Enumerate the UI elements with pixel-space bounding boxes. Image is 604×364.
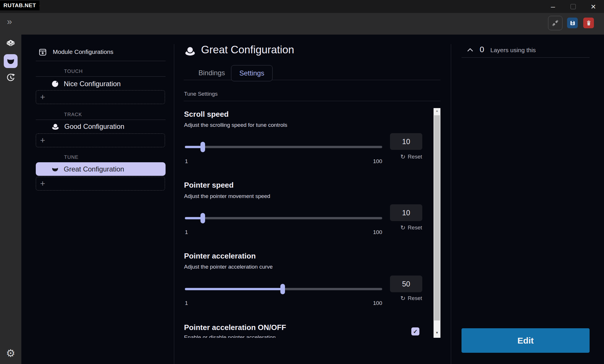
- slider-track[interactable]: [185, 217, 382, 219]
- divider: [36, 76, 166, 77]
- titlebar: [0, 0, 604, 13]
- scroll-speed-slider[interactable]: [185, 146, 382, 148]
- tab-bindings[interactable]: Bindings: [198, 69, 225, 77]
- page-title: Great Configuration: [201, 44, 294, 56]
- maximize-icon: [571, 4, 576, 9]
- setting-description: Adjust the pointer acceleration curve: [184, 264, 273, 270]
- pointer-acceleration-reset-button[interactable]: ↻ Reset: [400, 295, 422, 302]
- history-icon: [6, 73, 16, 83]
- divider: [36, 120, 166, 120]
- add-tune-configuration-button[interactable]: +: [36, 177, 165, 191]
- hat-icon: [51, 165, 59, 173]
- expand-sidebar-button[interactable]: »: [7, 16, 12, 27]
- slider-max-label: 100: [371, 300, 382, 306]
- slider-max-label: 100: [371, 158, 382, 165]
- section-label-tune: TUNE: [64, 154, 78, 160]
- minimize-icon: –: [551, 4, 555, 10]
- slider-min-label: 1: [185, 158, 188, 165]
- collapse-layers-button[interactable]: [464, 46, 476, 54]
- divider: [184, 101, 440, 101]
- setting-title: Pointer acceleration: [184, 252, 256, 261]
- scroll-speed-reset-button[interactable]: ↻ Reset: [400, 153, 422, 160]
- hat-icon: [6, 56, 15, 66]
- slider-fill: [185, 288, 283, 290]
- plus-icon: +: [40, 92, 45, 102]
- app-window: RUTAB.NET NayaFlow – × »: [0, 0, 604, 364]
- trackball-icon: [51, 122, 60, 131]
- reset-label: Reset: [408, 295, 422, 301]
- layers-count: 0: [480, 45, 484, 54]
- config-item-label: Good Configuration: [64, 122, 124, 131]
- pointer-acceleration-value[interactable]: 50: [390, 276, 422, 292]
- reset-icon: ↻: [400, 295, 406, 302]
- setting-title: Pointer acceleration ON/OFF: [184, 323, 286, 332]
- pointer-acceleration-checkbox[interactable]: ✓: [411, 327, 419, 335]
- scroll-speed-value[interactable]: 10: [390, 133, 422, 150]
- save-button[interactable]: [567, 18, 578, 28]
- divider: [462, 57, 590, 58]
- pointer-acceleration-slider[interactable]: [185, 288, 382, 290]
- slider-min-label: 1: [185, 300, 188, 306]
- pointer-speed-slider[interactable]: [185, 217, 382, 219]
- watermark-badge: RUTAB.NET: [0, 1, 40, 10]
- scrollbar-thumb[interactable]: [434, 115, 440, 320]
- divider: [451, 44, 451, 364]
- settings-gear-icon[interactable]: ⚙: [4, 346, 18, 360]
- section-label-touch: TOUCH: [64, 69, 83, 74]
- tune-settings-label: Tune Settings: [184, 91, 218, 97]
- scrollbar-down-arrow[interactable]: ▼: [434, 331, 440, 334]
- touch-module-icon: [51, 80, 59, 88]
- pointer-speed-value[interactable]: 10: [390, 204, 422, 221]
- edit-button[interactable]: Edit: [462, 328, 590, 353]
- slider-fill: [185, 217, 203, 219]
- slider-thumb[interactable]: [200, 213, 205, 223]
- config-item-good-configuration[interactable]: Good Configuration: [36, 120, 166, 133]
- setting-description: Adjust the scrolling speed for tune cont…: [184, 122, 287, 128]
- delete-button[interactable]: [583, 18, 594, 28]
- plug-icon: [551, 19, 559, 27]
- plus-icon: +: [40, 179, 45, 188]
- config-item-great-configuration[interactable]: Great Configuration: [36, 162, 166, 176]
- minimize-button[interactable]: –: [544, 0, 562, 13]
- module-configurations-icon: [38, 48, 47, 56]
- scrollbar-up-arrow[interactable]: ▲: [434, 109, 440, 112]
- slider-thumb[interactable]: [200, 142, 205, 152]
- slider-max-label: 100: [371, 229, 382, 235]
- reset-icon: ↻: [400, 224, 406, 231]
- add-track-configuration-button[interactable]: +: [36, 133, 165, 147]
- setting-title: Scroll speed: [184, 110, 229, 119]
- config-item-label: Nice Configuration: [64, 80, 121, 88]
- connect-device-button[interactable]: [548, 16, 562, 30]
- close-icon: ×: [591, 2, 596, 12]
- layers-label: Layers using this: [490, 47, 536, 54]
- slider-fill: [185, 146, 203, 148]
- trackball-icon: [184, 45, 196, 57]
- config-item-nice-configuration[interactable]: Nice Configuration: [36, 78, 166, 90]
- slider-track[interactable]: [185, 146, 382, 148]
- tab-settings[interactable]: Settings: [231, 65, 273, 81]
- tabs-divider: [184, 80, 440, 80]
- reset-label: Reset: [408, 225, 422, 231]
- slider-thumb[interactable]: [280, 284, 285, 294]
- add-touch-configuration-button[interactable]: +: [36, 90, 165, 104]
- slider-min-label: 1: [185, 229, 188, 235]
- config-panel-title: Module Configurations: [53, 48, 113, 55]
- setting-description-clipped: Enable or disable pointer acceleration: [184, 334, 357, 338]
- reset-icon: ↻: [400, 153, 406, 160]
- edit-button-label: Edit: [517, 336, 534, 346]
- sidebar-item-history[interactable]: [4, 71, 18, 85]
- setting-title: Pointer speed: [184, 181, 234, 190]
- close-button[interactable]: ×: [584, 0, 602, 13]
- toolbar: [0, 13, 604, 35]
- plus-icon: +: [40, 135, 45, 145]
- sidebar-item-modules[interactable]: [4, 37, 18, 51]
- save-floppy-icon: [569, 20, 576, 26]
- sidebar-item-configurations[interactable]: [4, 54, 18, 68]
- checkmark-icon: ✓: [413, 328, 418, 335]
- tab-label: Settings: [239, 69, 265, 77]
- maximize-button[interactable]: [564, 0, 582, 13]
- pointer-speed-reset-button[interactable]: ↻ Reset: [400, 224, 422, 231]
- setting-description: Adjust the pointer movement speed: [184, 193, 270, 199]
- reset-label: Reset: [408, 154, 422, 160]
- divider: [174, 44, 174, 364]
